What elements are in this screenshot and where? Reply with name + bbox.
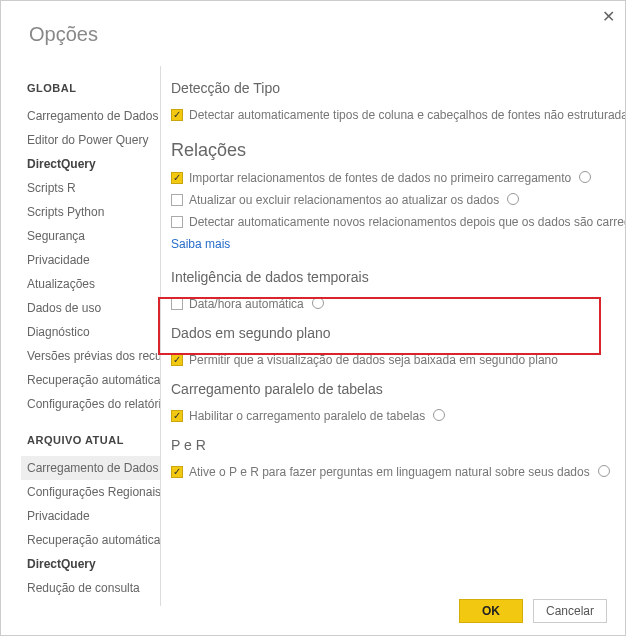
opt-detectar-relacionamentos[interactable]: Detectar automaticamente novos relaciona… <box>171 211 625 233</box>
sidebar-item-dados-uso[interactable]: Dados de uso <box>27 296 160 320</box>
checkbox-icon[interactable]: ✓ <box>171 109 183 121</box>
dialog-title: Opções <box>1 1 625 46</box>
help-icon[interactable] <box>312 297 324 309</box>
options-dialog: ✕ Opções GLOBAL Carregamento de Dados Ed… <box>0 0 626 636</box>
opt-ativar-per[interactable]: ✓ Ative o P e R para fazer perguntas em … <box>171 461 625 483</box>
opt-label: Data/hora automática <box>189 297 304 311</box>
section-dados-segundo-plano: Dados em segundo plano <box>171 325 625 341</box>
section-relacoes: Relações <box>171 140 625 161</box>
checkbox-icon[interactable] <box>171 298 183 310</box>
sidebar-item-arq-config-relatorio[interactable]: Configurações do relatório <box>27 600 160 606</box>
section-per: P e R <box>171 437 625 453</box>
sidebar-item-privacidade[interactable]: Privacidade <box>27 248 160 272</box>
sidebar-item-seguranca[interactable]: Segurança <box>27 224 160 248</box>
help-icon[interactable] <box>598 465 610 477</box>
dialog-content: GLOBAL Carregamento de Dados Editor do P… <box>1 66 625 606</box>
checkbox-icon[interactable] <box>171 216 183 228</box>
sidebar-header-arquivo: ARQUIVO ATUAL <box>27 434 160 446</box>
sidebar-item-atualizacoes[interactable]: Atualizações <box>27 272 160 296</box>
opt-importar-relacionamentos[interactable]: ✓ Importar relacionamentos de fontes de … <box>171 167 625 189</box>
main-panel: Detecção de Tipo ✓ Detectar automaticame… <box>161 66 625 606</box>
dialog-footer: OK Cancelar <box>459 599 607 623</box>
section-carregamento-paralelo: Carregamento paralelo de tabelas <box>171 381 625 397</box>
checkbox-icon[interactable]: ✓ <box>171 354 183 366</box>
sidebar-item-arq-recuperacao[interactable]: Recuperação automática <box>27 528 160 552</box>
checkbox-icon[interactable]: ✓ <box>171 410 183 422</box>
opt-label: Permitir que a visualização de dados sej… <box>189 353 558 367</box>
opt-label: Ative o P e R para fazer perguntas em li… <box>189 465 590 479</box>
sidebar-item-scripts-python[interactable]: Scripts Python <box>27 200 160 224</box>
checkbox-icon[interactable]: ✓ <box>171 172 183 184</box>
sidebar-item-arq-privacidade[interactable]: Privacidade <box>27 504 160 528</box>
cancel-button[interactable]: Cancelar <box>533 599 607 623</box>
opt-habilitar-paralelo[interactable]: ✓ Habilitar o carregamento paralelo de t… <box>171 405 625 427</box>
checkbox-icon[interactable] <box>171 194 183 206</box>
opt-label: Importar relacionamentos de fontes de da… <box>189 171 571 185</box>
sidebar-item-arq-carregamento[interactable]: Carregamento de Dados <box>21 456 160 480</box>
sidebar-item-previas[interactable]: Versões prévias dos recursos <box>27 344 160 368</box>
help-icon[interactable] <box>507 193 519 205</box>
opt-atualizar-relacionamentos[interactable]: Atualizar ou excluir relacionamentos ao … <box>171 189 625 211</box>
opt-label: Detectar automaticamente tipos de coluna… <box>189 108 625 122</box>
section-deteccao-tipo: Detecção de Tipo <box>171 80 625 96</box>
opt-datahora-auto[interactable]: Data/hora automática <box>171 293 625 315</box>
sidebar-item-directquery[interactable]: DirectQuery <box>27 152 160 176</box>
sidebar-item-arq-reducao[interactable]: Redução de consulta <box>27 576 160 600</box>
sidebar-item-arq-regionais[interactable]: Configurações Regionais <box>27 480 160 504</box>
sidebar-item-recuperacao[interactable]: Recuperação automática <box>27 368 160 392</box>
opt-label: Atualizar ou excluir relacionamentos ao … <box>189 193 499 207</box>
link-saiba-mais[interactable]: Saiba mais <box>171 233 625 259</box>
sidebar-item-editor-pq[interactable]: Editor do Power Query <box>27 128 160 152</box>
help-icon[interactable] <box>433 409 445 421</box>
opt-permitir-baixada-bg[interactable]: ✓ Permitir que a visualização de dados s… <box>171 349 625 371</box>
section-inteligencia-temporais: Inteligência de dados temporais <box>171 269 625 285</box>
opt-label: Habilitar o carregamento paralelo de tab… <box>189 409 425 423</box>
close-icon[interactable]: ✕ <box>602 7 615 26</box>
sidebar-item-diagnostico[interactable]: Diagnóstico <box>27 320 160 344</box>
sidebar-item-arq-directquery[interactable]: DirectQuery <box>27 552 160 576</box>
sidebar-item-carregamento[interactable]: Carregamento de Dados <box>27 104 160 128</box>
sidebar-item-config-relatorio[interactable]: Configurações do relatório <box>27 392 160 416</box>
sidebar-header-global: GLOBAL <box>27 82 160 94</box>
ok-button[interactable]: OK <box>459 599 523 623</box>
opt-detectar-tipos[interactable]: ✓ Detectar automaticamente tipos de colu… <box>171 104 625 126</box>
checkbox-icon[interactable]: ✓ <box>171 466 183 478</box>
help-icon[interactable] <box>579 171 591 183</box>
sidebar-item-scripts-r[interactable]: Scripts R <box>27 176 160 200</box>
opt-label: Detectar automaticamente novos relaciona… <box>189 215 625 229</box>
sidebar: GLOBAL Carregamento de Dados Editor do P… <box>1 66 161 606</box>
